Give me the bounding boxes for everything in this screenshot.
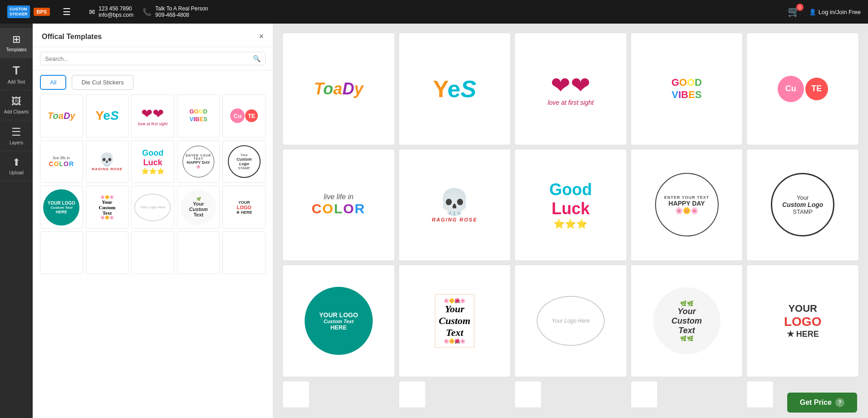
close-panel-button[interactable]: × bbox=[259, 32, 264, 41]
custom-stamp-text: Your Custom Logo STAMP bbox=[228, 145, 261, 178]
raging-rose-text: 💀 RAGING ROSE bbox=[92, 152, 123, 171]
search-input[interactable] bbox=[45, 55, 249, 62]
template-love-at-first-sight[interactable]: ❤❤ love at first sight bbox=[131, 94, 174, 138]
panel-title: Offical Templates bbox=[42, 33, 102, 41]
sidebar-item-templates[interactable]: ⊞ Templates bbox=[0, 28, 33, 58]
nav-contact: ✉ 123 456 7890 info@bps.com 📞 Talk To A … bbox=[89, 5, 208, 18]
canvas-cell-your-logo-here-oval[interactable]: Your Logo Here bbox=[514, 265, 627, 377]
canvas-cell-cute[interactable]: Cu TE bbox=[746, 33, 859, 145]
template-good-vibes[interactable]: GOOD VIBES bbox=[177, 94, 220, 138]
canvas-cell-row4-2[interactable] bbox=[399, 381, 426, 408]
custom-text-green-text: 🌿 Your Custom Text bbox=[181, 190, 216, 225]
template-row4-3[interactable] bbox=[131, 231, 174, 275]
sidebar-item-upload[interactable]: ⬆ Upload bbox=[0, 151, 33, 181]
canvas-cell-your-custom-text-green[interactable]: 🌿🌿 Your Custom Text 🌿🌿 bbox=[631, 265, 743, 377]
add-text-label: Add Text bbox=[8, 79, 25, 84]
template-raging-rose[interactable]: 💀 RAGING ROSE bbox=[86, 140, 129, 183]
panel-header: Offical Templates × bbox=[33, 24, 273, 47]
canvas-cell-good-vibes[interactable]: GOOD VIBES bbox=[631, 33, 743, 145]
template-row4-4[interactable] bbox=[177, 231, 220, 275]
templates-label: Templates bbox=[6, 47, 27, 52]
cart-button[interactable]: 🛒 0 bbox=[788, 6, 800, 18]
template-yes[interactable]: YeS bbox=[86, 94, 129, 138]
canvas-cell-yes[interactable]: YeS bbox=[399, 33, 511, 145]
toady-text: ToaDy bbox=[48, 111, 75, 121]
canvas-cell-row4-5[interactable] bbox=[746, 381, 774, 408]
canvas-area: ToaDy YeS ❤❤ love at first sight GOOD VI… bbox=[273, 24, 868, 418]
yes-text: YeS bbox=[95, 108, 118, 123]
templates-icon: ⊞ bbox=[12, 34, 20, 45]
template-your-logo-here-black[interactable]: YOUR LOGO ★ HERE bbox=[222, 186, 266, 229]
sidebar-item-add-cliparts[interactable]: 🖼 Add Cliparts bbox=[0, 90, 33, 120]
help-icon: ? bbox=[835, 398, 844, 407]
upload-icon: ⬆ bbox=[12, 157, 20, 168]
user-icon: 👤 bbox=[809, 9, 816, 15]
canvas-custom-stamp: Your Custom Logo STAMP bbox=[771, 173, 834, 236]
your-logo-teal-text: YOUR LOGO Custom Text HERE bbox=[43, 189, 79, 226]
cute-text: Cu TE bbox=[230, 108, 258, 123]
template-row4-1[interactable] bbox=[40, 231, 83, 275]
canvas-cell-row4-4[interactable] bbox=[631, 381, 658, 408]
search-button[interactable]: 🔍 bbox=[253, 55, 261, 62]
canvas-toady: ToaDy bbox=[314, 79, 363, 98]
get-price-bar: Get Price ? bbox=[776, 387, 868, 418]
talk-phone: 909-468-4808 bbox=[155, 12, 208, 18]
template-happy-day[interactable]: ENTER YOUR TEXT HAPPY DAY 🌸 bbox=[177, 140, 220, 183]
filter-all-button[interactable]: All bbox=[40, 75, 66, 90]
canvas-your-logo-oval: Your Logo Here bbox=[537, 296, 605, 346]
your-logo-here-text: Your Logo Here bbox=[134, 194, 171, 221]
happy-day-text: ENTER YOUR TEXT HAPPY DAY 🌸 bbox=[182, 146, 214, 177]
canvas-cell-your-custom-text-floral[interactable]: 🌸🌼🌺🌸 Your Custom Text 🌸🌼🌺🌸 bbox=[399, 265, 511, 377]
hamburger-menu[interactable]: ☰ bbox=[63, 6, 71, 17]
filter-die-cut-button[interactable]: Die Cut Stickers bbox=[72, 75, 133, 90]
template-your-custom-text-green[interactable]: 🌿 Your Custom Text bbox=[177, 186, 220, 229]
canvas-cell-raging-rose[interactable]: 💀 RAGING ROSE bbox=[399, 149, 511, 261]
phone-number: 123 456 7890 bbox=[99, 5, 133, 12]
talk-info: Talk To A Real Person 909-468-4808 bbox=[155, 5, 208, 18]
canvas-cell-happy-day[interactable]: ENTER YOUR TEXT HAPPY DAY 🌸🌼🌸 bbox=[631, 149, 743, 261]
canvas-cell-good-luck[interactable]: Good Luck ⭐⭐⭐ bbox=[514, 149, 627, 261]
canvas-good-vibes: GOOD VIBES bbox=[671, 77, 702, 101]
layers-icon: ☰ bbox=[11, 126, 21, 138]
canvas-good-luck: Good Luck ⭐⭐⭐ bbox=[549, 180, 592, 229]
canvas-cell-toady[interactable]: ToaDy bbox=[282, 33, 395, 145]
template-good-luck[interactable]: Good Luck ⭐⭐⭐ bbox=[131, 140, 174, 183]
canvas-cell-row4-3[interactable] bbox=[514, 381, 542, 408]
canvas-your-logo-teal: YOUR LOGO Custom Text HERE bbox=[305, 287, 373, 355]
canvas-cell-love[interactable]: ❤❤ love at first sight bbox=[514, 33, 627, 145]
sidebar-item-layers[interactable]: ☰ Layers bbox=[0, 120, 33, 151]
template-your-logo-here-oval[interactable]: Your Logo Here bbox=[131, 186, 174, 229]
templates-panel: Offical Templates × 🔍 All Die Cut Sticke… bbox=[33, 24, 273, 418]
canvas-cell-live-life-color[interactable]: live life in COLOR bbox=[282, 149, 395, 261]
live-life-text: live life in COLOR bbox=[49, 156, 74, 167]
canvas-cell-your-logo-here-black[interactable]: YOUR LOGO ★ HERE bbox=[746, 265, 859, 377]
canvas-love: ❤❤ love at first sight bbox=[547, 72, 593, 106]
email-address: info@bps.com bbox=[99, 12, 133, 18]
canvas-cell-your-logo-teal[interactable]: YOUR LOGO Custom Text HERE bbox=[282, 265, 395, 377]
template-your-custom-text-floral[interactable]: 🌸🌼🌸 Your Custom Text 🌸🌼🌸 bbox=[86, 186, 129, 229]
add-cliparts-icon: 🖼 bbox=[11, 96, 21, 108]
template-live-life-color[interactable]: live life in COLOR bbox=[40, 140, 83, 183]
canvas-cell-row4-1[interactable] bbox=[282, 381, 310, 408]
template-custom-logo-stamp[interactable]: Your Custom Logo STAMP bbox=[222, 140, 266, 183]
templates-grid: ToaDy YeS ❤❤ love at first sight bbox=[40, 94, 266, 274]
phone-contact: 📞 Talk To A Real Person 909-468-4808 bbox=[143, 5, 208, 18]
sidebar-item-add-text[interactable]: T Add Text bbox=[0, 58, 33, 90]
template-cute[interactable]: Cu TE bbox=[222, 94, 266, 138]
good-vibes-text: GOOD VIBES bbox=[189, 108, 207, 123]
canvas-cell-custom-stamp[interactable]: Your Custom Logo STAMP bbox=[746, 149, 859, 261]
template-row4-5[interactable] bbox=[222, 231, 266, 275]
login-button[interactable]: 👤 Log in/Join Free bbox=[809, 9, 861, 15]
filter-tabs: All Die Cut Stickers bbox=[33, 70, 273, 94]
nav-right: 🛒 0 👤 Log in/Join Free bbox=[788, 6, 861, 18]
contact-info: 123 456 7890 info@bps.com bbox=[99, 5, 133, 18]
email-contact: ✉ 123 456 7890 info@bps.com bbox=[89, 5, 133, 18]
get-price-button[interactable]: Get Price ? bbox=[787, 393, 857, 413]
template-toady[interactable]: ToaDy bbox=[40, 94, 83, 138]
your-logo-black-text: YOUR LOGO ★ HERE bbox=[236, 200, 252, 215]
template-row4-2[interactable] bbox=[86, 231, 129, 275]
add-text-icon: T bbox=[13, 64, 20, 78]
template-your-logo-teal[interactable]: YOUR LOGO Custom Text HERE bbox=[40, 186, 83, 229]
canvas-live-life: live life in COLOR bbox=[312, 193, 365, 216]
top-navigation: CUSTOMSTICKER BPS ☰ ✉ 123 456 7890 info@… bbox=[0, 0, 868, 24]
